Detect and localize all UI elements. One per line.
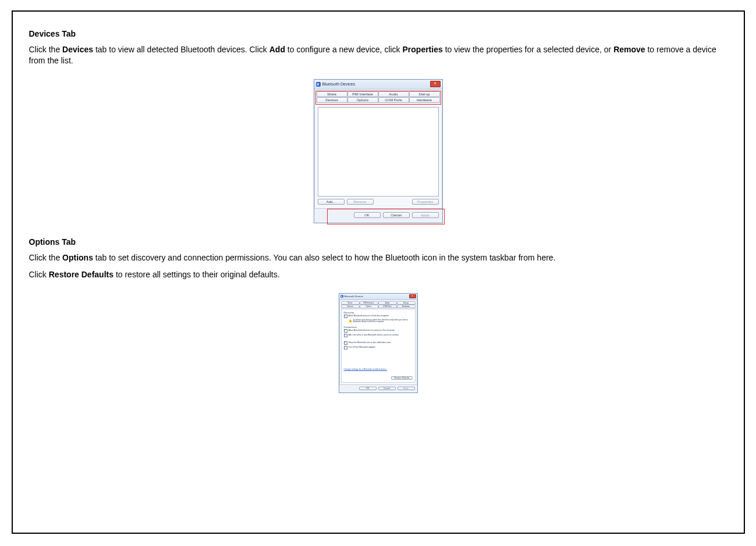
checkbox-label: Allow Bluetooth devices to connect to th…	[349, 329, 395, 331]
tab-audio[interactable]: Audio	[378, 301, 397, 305]
tab-dialup[interactable]: Dial-up	[409, 91, 440, 97]
checkbox-label: Alert me when a new Bluetooth device wan…	[349, 334, 399, 336]
text: to restore all settings to their origina…	[116, 270, 280, 279]
document-page: Devices Tab Click the Devices tab to vie…	[12, 10, 745, 534]
tab-dialup[interactable]: Dial-up	[397, 301, 416, 305]
apply-button[interactable]: Apply	[397, 387, 415, 390]
tab-hardware[interactable]: Hardware	[397, 305, 416, 308]
tab-hardware[interactable]: Hardware	[409, 97, 440, 103]
text: to configure a new device, click	[288, 45, 403, 54]
checkbox-show-tray-icon[interactable]	[344, 341, 347, 345]
tab-options[interactable]: Options	[360, 305, 378, 308]
group-connections-title: Connections	[344, 326, 413, 329]
tab-share[interactable]: Share	[341, 301, 360, 305]
heading-options-tab: Options Tab	[29, 237, 727, 247]
paragraph-devices: Click the Devices tab to view all detect…	[29, 44, 727, 66]
text: tab to set discovery and connection perm…	[95, 253, 556, 262]
close-button[interactable]: X	[409, 294, 416, 298]
properties-button[interactable]: Properties	[412, 199, 439, 205]
options-panel: Discovery Allow Bluetooth devices to fin…	[341, 309, 416, 383]
dialog-title: Bluetooth Devices	[322, 82, 355, 86]
figure-options-dialog: B Bluetooth Devices X Share PIM Interfac…	[29, 293, 727, 393]
cancel-button[interactable]: Cancel	[378, 387, 396, 390]
figure-devices-dialog: B Bluetooth Devices X Share PIM Interfac…	[29, 79, 727, 223]
text: to view the properties for a selected de…	[445, 45, 613, 54]
checkbox-alert-connect[interactable]	[344, 334, 347, 337]
devices-list[interactable]	[318, 107, 439, 197]
tab-com-ports[interactable]: COM Ports	[378, 305, 397, 308]
remove-button[interactable]: Remove	[347, 199, 374, 205]
text: tab to view all detected Bluetooth devic…	[95, 45, 269, 54]
link-change-settings[interactable]: Change settings for a Bluetooth enabled …	[344, 368, 388, 370]
checkbox-label: Show the Bluetooth icon in the notificat…	[349, 341, 391, 344]
dialog-bluetooth-options: B Bluetooth Devices X Share PIM Interfac…	[339, 293, 418, 393]
add-button[interactable]: Add...	[318, 199, 345, 205]
warning-icon	[349, 319, 352, 322]
heading-devices-tab: Devices Tab	[29, 29, 727, 38]
bluetooth-icon: B	[316, 82, 321, 87]
dialog-titlebar: B Bluetooth Devices X	[339, 294, 417, 300]
text-bold: Properties	[403, 45, 443, 54]
tab-com-ports[interactable]: COM Ports	[378, 97, 409, 103]
text-bold: Devices	[62, 45, 93, 54]
group-discovery-title: Discovery	[344, 311, 413, 314]
text-bold: Add	[269, 45, 285, 54]
tab-pim-interface[interactable]: PIM Interface	[347, 91, 378, 97]
text: Click the	[29, 253, 63, 262]
paragraph-options-2: Click Restore Defaults to restore all se…	[29, 269, 727, 280]
cancel-button[interactable]: Cancel	[383, 212, 410, 218]
bluetooth-icon: B	[340, 295, 343, 298]
tab-devices[interactable]: Devices	[317, 97, 347, 103]
apply-button[interactable]: Apply	[412, 212, 439, 218]
warning-text: To protect your privacy, select this che…	[353, 319, 413, 324]
tab-audio[interactable]: Audio	[378, 91, 409, 97]
text-bold: Restore Defaults	[49, 270, 113, 279]
dialog-title: Bluetooth Devices	[345, 295, 363, 298]
tab-devices[interactable]: Devices	[341, 305, 360, 308]
text: Click the	[29, 45, 63, 54]
dialog-bluetooth-devices: B Bluetooth Devices X Share PIM Interfac…	[314, 79, 443, 223]
ok-button[interactable]: OK	[354, 212, 381, 218]
checkbox-label: Allow Bluetooth devices to find this com…	[349, 315, 389, 317]
checkbox-allow-connect[interactable]	[344, 329, 347, 333]
close-button[interactable]: X	[430, 81, 441, 87]
tab-pim-interface[interactable]: PIM Interface	[360, 301, 378, 305]
text-bold: Options	[62, 253, 93, 262]
tab-options[interactable]: Options	[347, 97, 378, 103]
checkbox-label: Turn off the Bluetooth adapter	[349, 346, 375, 348]
text-bold: Remove	[613, 45, 645, 54]
restore-defaults-button[interactable]: Restore Defaults	[391, 376, 412, 380]
checkbox-allow-find[interactable]	[344, 315, 347, 318]
text: Click	[29, 270, 49, 279]
ok-button[interactable]: OK	[359, 387, 377, 390]
dialog-titlebar: B Bluetooth Devices X	[314, 80, 442, 90]
tab-share[interactable]: Share	[317, 91, 347, 97]
paragraph-options-1: Click the Options tab to set discovery a…	[29, 252, 727, 263]
checkbox-turn-off-adapter[interactable]	[344, 346, 347, 349]
